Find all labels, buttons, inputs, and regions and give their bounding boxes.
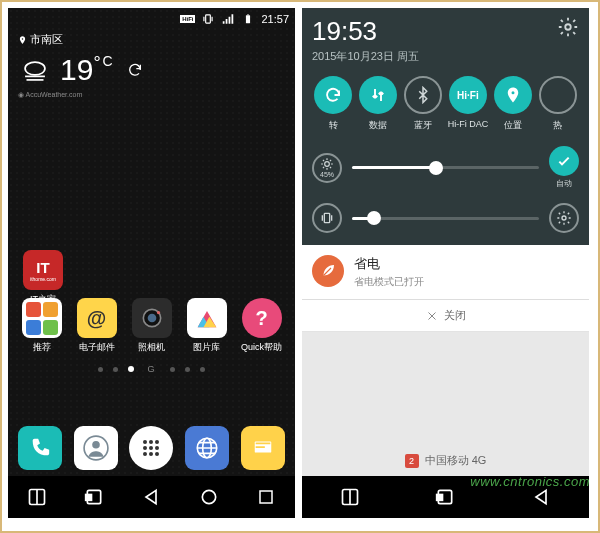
- brightness-row: 45% 自动: [312, 146, 579, 189]
- svg-point-14: [143, 446, 147, 450]
- svg-rect-1: [246, 15, 250, 23]
- svg-rect-28: [260, 491, 272, 503]
- notification-shade: 19:53 2015年10月23日 周五 转 数据 蓝牙 Hi·Fi Hi-Fi…: [302, 8, 589, 518]
- location-row[interactable]: 市南区: [8, 30, 295, 49]
- signal-icon: [221, 12, 235, 26]
- nav-home[interactable]: [198, 486, 220, 508]
- svg-rect-0: [206, 15, 211, 23]
- nav-dual[interactable]: [339, 486, 361, 508]
- leaf-icon: [312, 255, 344, 287]
- app-grid: 推荐 @ 电子邮件 照相机 图片库 ? Quick帮助 G: [8, 294, 295, 380]
- page-indicator[interactable]: G: [8, 358, 295, 380]
- volume-row: [312, 203, 579, 233]
- nav-bar-left: [8, 476, 295, 518]
- qs-rotate[interactable]: 转: [312, 76, 355, 132]
- vibrate-icon: [201, 12, 215, 26]
- watermark: www.cntronics.com: [470, 474, 590, 489]
- sound-settings-icon[interactable]: [549, 203, 579, 233]
- notification-battery-saver[interactable]: 省电 省电模式已打开: [302, 245, 589, 300]
- close-icon: [426, 310, 438, 322]
- app-email[interactable]: @ 电子邮件: [72, 298, 122, 354]
- refresh-icon[interactable]: [127, 62, 143, 78]
- svg-rect-2: [248, 14, 250, 15]
- app-gallery[interactable]: 图片库: [182, 298, 232, 354]
- volume-slider[interactable]: [352, 217, 539, 220]
- shade-time: 19:53: [312, 16, 419, 47]
- nav-dual[interactable]: [26, 486, 48, 508]
- quick-settings: 转 数据 蓝牙 Hi·Fi Hi-Fi DAC 位置 热: [312, 76, 579, 132]
- nav-back[interactable]: [530, 486, 552, 508]
- svg-point-12: [149, 440, 153, 444]
- vibrate-icon: [312, 203, 342, 233]
- weather-widget[interactable]: 19°C: [8, 49, 295, 91]
- temperature: 19°C: [60, 53, 113, 87]
- svg-point-16: [155, 446, 159, 450]
- qs-hotspot[interactable]: 热: [536, 76, 579, 132]
- qs-location[interactable]: 位置: [491, 76, 534, 132]
- dock: [8, 420, 295, 476]
- svg-point-19: [155, 452, 159, 456]
- app-recommend[interactable]: 推荐: [17, 298, 67, 354]
- shade-header: 19:53 2015年10月23日 周五 转 数据 蓝牙 Hi·Fi Hi-Fi…: [302, 8, 589, 245]
- status-time: 21:57: [261, 13, 289, 25]
- svg-point-10: [92, 441, 100, 449]
- carrier-name: 中国移动 4G: [425, 453, 487, 468]
- dock-phone[interactable]: [18, 426, 62, 470]
- sim-badge: 2: [405, 454, 419, 468]
- notif-subtitle: 省电模式已打开: [354, 275, 424, 289]
- svg-point-32: [562, 216, 566, 220]
- svg-point-13: [155, 440, 159, 444]
- ithome-badge: IT: [36, 259, 49, 276]
- svg-point-3: [25, 62, 45, 75]
- nav-qslide[interactable]: [83, 486, 105, 508]
- notif-title: 省电: [354, 255, 424, 273]
- svg-point-8: [156, 311, 159, 314]
- brightness-slider[interactable]: [352, 166, 539, 169]
- app-camera[interactable]: 照相机: [127, 298, 177, 354]
- qs-hifi[interactable]: Hi·Fi Hi-Fi DAC: [446, 76, 489, 132]
- weather-provider: ◉ AccuWeather.com: [8, 91, 295, 99]
- home-screen: HiFi 21:57 市南区 19°C ◉ AccuWeather.com IT…: [8, 8, 295, 518]
- carrier-row: 2 中国移动 4G: [302, 445, 589, 476]
- dock-contacts[interactable]: [74, 426, 118, 470]
- nav-recent[interactable]: [255, 486, 277, 508]
- dock-apps[interactable]: [129, 426, 173, 470]
- status-bar: HiFi 21:57: [8, 8, 295, 30]
- pin-icon: [18, 34, 27, 46]
- dock-browser[interactable]: [185, 426, 229, 470]
- shade-date: 2015年10月23日 周五: [312, 49, 419, 64]
- app-quickhelp[interactable]: ? Quick帮助: [237, 298, 287, 354]
- nav-back[interactable]: [140, 486, 162, 508]
- svg-rect-36: [437, 495, 443, 501]
- svg-point-30: [325, 162, 330, 167]
- svg-point-17: [143, 452, 147, 456]
- svg-point-7: [147, 314, 156, 323]
- settings-icon[interactable]: [557, 16, 579, 38]
- qs-data[interactable]: 数据: [357, 76, 400, 132]
- svg-point-27: [202, 490, 215, 503]
- svg-point-29: [565, 24, 571, 30]
- hifi-indicator: HiFi: [180, 15, 195, 23]
- dock-messages[interactable]: [241, 426, 285, 470]
- location-text: 市南区: [30, 32, 63, 47]
- qs-bluetooth[interactable]: 蓝牙: [402, 76, 445, 132]
- svg-point-11: [143, 440, 147, 444]
- svg-rect-31: [324, 213, 329, 222]
- battery-icon: [241, 12, 255, 26]
- brightness-icon: 45%: [312, 153, 342, 183]
- notif-close-button[interactable]: 关闭: [302, 300, 589, 332]
- svg-point-15: [149, 446, 153, 450]
- auto-brightness-toggle[interactable]: [549, 146, 579, 176]
- svg-point-18: [149, 452, 153, 456]
- svg-rect-26: [86, 495, 92, 501]
- cloud-icon: [18, 53, 52, 87]
- nav-qslide[interactable]: [434, 486, 456, 508]
